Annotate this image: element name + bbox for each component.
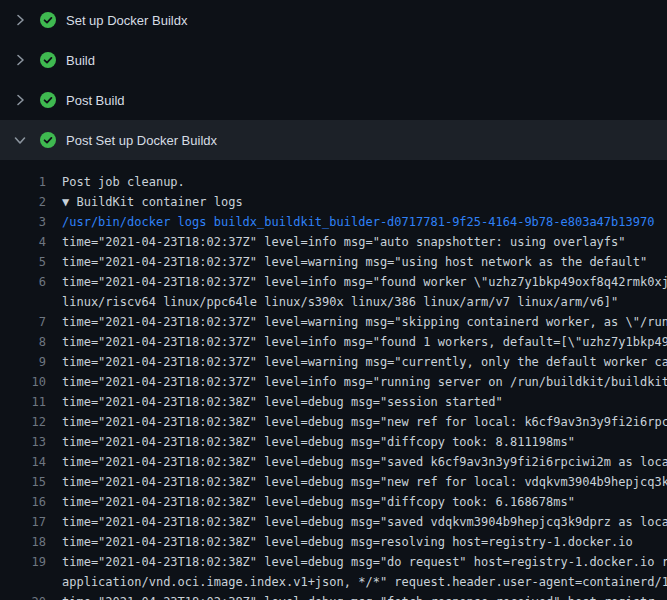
log-line-number[interactable]: 4	[0, 232, 46, 252]
log-line-number[interactable]: 20	[0, 592, 46, 600]
log-line-text: /usr/bin/docker logs buildx_buildkit_bui…	[46, 212, 654, 232]
log-line-number[interactable]: 17	[0, 512, 46, 532]
log-line-number[interactable]: 10	[0, 372, 46, 392]
section-post-build[interactable]: Post Build	[0, 80, 667, 120]
log-line-text: time="2021-04-23T18:02:38Z" level=debug …	[46, 532, 633, 552]
log-line: 19 time="2021-04-23T18:02:38Z" level=deb…	[0, 552, 667, 572]
log-line-text: time="2021-04-23T18:02:37Z" level=info m…	[46, 372, 667, 392]
log-group-title[interactable]: BuildKit container logs	[76, 195, 242, 209]
log-line-text: time="2021-04-23T18:02:38Z" level=debug …	[46, 452, 667, 472]
log-line-number[interactable]	[0, 572, 46, 592]
section-label: Post Build	[66, 93, 125, 108]
log-line-text: time="2021-04-23T18:02:37Z" level=info m…	[46, 272, 667, 292]
log-line-text: time="2021-04-23T18:02:37Z" level=warnin…	[46, 312, 667, 332]
log-line-text: time="2021-04-23T18:02:38Z" level=debug …	[46, 552, 667, 572]
log-line-number[interactable]: 8	[0, 332, 46, 352]
log-line-number[interactable]: 1	[0, 172, 46, 192]
chevron-right-icon	[12, 92, 28, 108]
log-line[interactable]: 2 ▼ BuildKit container logs	[0, 192, 667, 212]
log-line-text: time="2021-04-23T18:02:37Z" level=warnin…	[46, 252, 647, 272]
log-line-text: ▼ BuildKit container logs	[46, 192, 243, 212]
check-circle-icon	[40, 52, 56, 68]
section-label: Set up Docker Buildx	[66, 13, 187, 28]
log-line-number[interactable]: 18	[0, 532, 46, 552]
log-line: 1 Post job cleanup.	[0, 172, 667, 192]
log-line: 3 /usr/bin/docker logs buildx_buildkit_b…	[0, 212, 667, 232]
log-line-number[interactable]	[0, 292, 46, 312]
log-line: 15 time="2021-04-23T18:02:38Z" level=deb…	[0, 472, 667, 492]
section-post-set-up-docker-buildx[interactable]: Post Set up Docker Buildx	[0, 120, 667, 160]
log-line: 12 time="2021-04-23T18:02:38Z" level=deb…	[0, 412, 667, 432]
log-line-number[interactable]: 5	[0, 252, 46, 272]
log-line-text: linux/riscv64 linux/ppc64le linux/s390x …	[46, 292, 618, 312]
log-line-text: time="2021-04-23T18:02:38Z" level=debug …	[46, 432, 575, 452]
log-line-number[interactable]: 16	[0, 492, 46, 512]
log-line-text: time="2021-04-23T18:02:38Z" level=debug …	[46, 412, 667, 432]
log-line-text: time="2021-04-23T18:02:38Z" level=debug …	[46, 592, 654, 600]
log-line: 4 time="2021-04-23T18:02:37Z" level=info…	[0, 232, 667, 252]
log-line: 5 time="2021-04-23T18:02:37Z" level=warn…	[0, 252, 667, 272]
log-line-number[interactable]: 11	[0, 392, 46, 412]
log-line-number[interactable]: 6	[0, 272, 46, 292]
chevron-down-icon	[12, 132, 28, 148]
log-line-text: time="2021-04-23T18:02:37Z" level=info m…	[46, 232, 626, 252]
log-line-number[interactable]: 19	[0, 552, 46, 572]
check-circle-icon	[40, 12, 56, 28]
section-label: Post Set up Docker Buildx	[66, 133, 217, 148]
section-set-up-docker-buildx[interactable]: Set up Docker Buildx	[0, 0, 667, 40]
log-line: 8 time="2021-04-23T18:02:37Z" level=info…	[0, 332, 667, 352]
log-line-text: time="2021-04-23T18:02:37Z" level=info m…	[46, 332, 667, 352]
check-circle-icon	[40, 92, 56, 108]
log-line-text: Post job cleanup.	[46, 172, 185, 192]
log-line-text: time="2021-04-23T18:02:37Z" level=warnin…	[46, 352, 667, 372]
log-line: 14 time="2021-04-23T18:02:38Z" level=deb…	[0, 452, 667, 472]
log-line: 16 time="2021-04-23T18:02:38Z" level=deb…	[0, 492, 667, 512]
log-line-number[interactable]: 13	[0, 432, 46, 452]
log-line-text: time="2021-04-23T18:02:38Z" level=debug …	[46, 472, 667, 492]
log-line: linux/riscv64 linux/ppc64le linux/s390x …	[0, 292, 667, 312]
log-line-number[interactable]: 14	[0, 452, 46, 472]
log-line: 6 time="2021-04-23T18:02:37Z" level=info…	[0, 272, 667, 292]
log-line: application/vnd.oci.image.index.v1+json,…	[0, 572, 667, 592]
log-line: 17 time="2021-04-23T18:02:38Z" level=deb…	[0, 512, 667, 532]
log-line-text: application/vnd.oci.image.index.v1+json,…	[46, 572, 667, 592]
caret-down-icon[interactable]: ▼	[62, 195, 76, 209]
log-line: 13 time="2021-04-23T18:02:38Z" level=deb…	[0, 432, 667, 452]
log-line: 7 time="2021-04-23T18:02:37Z" level=warn…	[0, 312, 667, 332]
log-line: 20 time="2021-04-23T18:02:38Z" level=deb…	[0, 592, 667, 600]
log-line: 9 time="2021-04-23T18:02:37Z" level=warn…	[0, 352, 667, 372]
log-line: 18 time="2021-04-23T18:02:38Z" level=deb…	[0, 532, 667, 552]
chevron-right-icon	[12, 12, 28, 28]
log-line-number[interactable]: 2	[0, 192, 46, 212]
check-circle-icon	[40, 132, 56, 148]
steps-list: Set up Docker Buildx Build Post Buil	[0, 0, 667, 160]
chevron-right-icon	[12, 52, 28, 68]
log-line: 10 time="2021-04-23T18:02:37Z" level=inf…	[0, 372, 667, 392]
section-build[interactable]: Build	[0, 40, 667, 80]
log-line-number[interactable]: 7	[0, 312, 46, 332]
log-line-number[interactable]: 12	[0, 412, 46, 432]
section-label: Build	[66, 53, 95, 68]
log-line-text: time="2021-04-23T18:02:38Z" level=debug …	[46, 392, 503, 412]
log-line-text: time="2021-04-23T18:02:38Z" level=debug …	[46, 512, 667, 532]
actions-log-viewer: Set up Docker Buildx Build Post Buil	[0, 0, 667, 600]
log-output: 1 Post job cleanup. 2 ▼ BuildKit contain…	[0, 160, 667, 600]
log-line-number[interactable]: 9	[0, 352, 46, 372]
log-line-text: time="2021-04-23T18:02:38Z" level=debug …	[46, 492, 575, 512]
log-line-number[interactable]: 15	[0, 472, 46, 492]
log-line-number[interactable]: 3	[0, 212, 46, 232]
log-line: 11 time="2021-04-23T18:02:38Z" level=deb…	[0, 392, 667, 412]
